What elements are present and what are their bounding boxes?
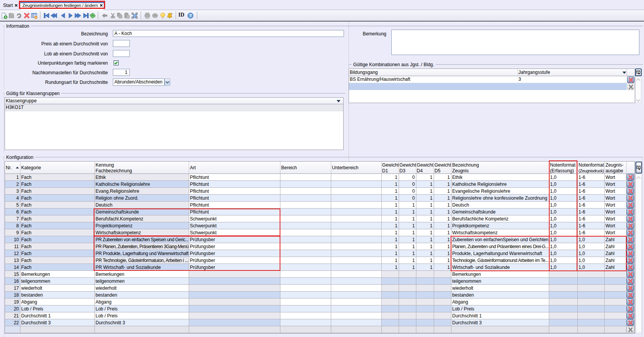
svg-text:?: ?	[189, 13, 191, 18]
